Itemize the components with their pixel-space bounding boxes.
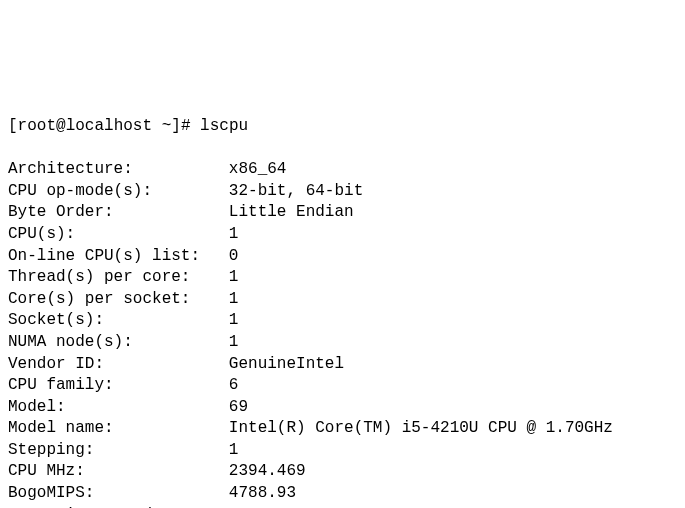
output-row: Architecture:x86_64	[8, 159, 685, 181]
prompt-close-bracket: ]	[171, 116, 181, 138]
output-row: CPU family:6	[8, 375, 685, 397]
prompt-path: ~	[162, 116, 172, 138]
output-row: Core(s) per socket:1	[8, 289, 685, 311]
output-row: BogoMIPS:4788.93	[8, 483, 685, 505]
output-row: Hypervisor vendor:VMware	[8, 505, 685, 508]
prompt-space	[152, 116, 162, 138]
lscpu-output: Architecture:x86_64CPU op-mode(s):32-bit…	[8, 159, 685, 508]
prompt-user: root	[18, 116, 56, 138]
output-value: 1	[229, 267, 239, 289]
prompt-open-bracket: [	[8, 116, 18, 138]
output-value: Little Endian	[229, 202, 354, 224]
output-value: 69	[229, 397, 248, 419]
output-value: 1	[229, 310, 239, 332]
output-label: Model:	[8, 397, 229, 419]
output-row: Socket(s):1	[8, 310, 685, 332]
output-label: Stepping:	[8, 440, 229, 462]
output-label: Socket(s):	[8, 310, 229, 332]
output-row: On-line CPU(s) list:0	[8, 246, 685, 268]
output-value: 6	[229, 375, 239, 397]
output-row: Thread(s) per core:1	[8, 267, 685, 289]
prompt-at: @	[56, 116, 66, 138]
output-label: CPU(s):	[8, 224, 229, 246]
output-row: Stepping:1	[8, 440, 685, 462]
output-value: x86_64	[229, 159, 287, 181]
output-label: CPU family:	[8, 375, 229, 397]
prompt-symbol: #	[181, 116, 191, 138]
prompt-line-1: [root@localhost ~]# lscpu	[8, 116, 685, 138]
output-label: CPU MHz:	[8, 461, 229, 483]
output-label: CPU op-mode(s):	[8, 181, 229, 203]
output-row: NUMA node(s):1	[8, 332, 685, 354]
output-label: Thread(s) per core:	[8, 267, 229, 289]
prompt-host: localhost	[66, 116, 152, 138]
output-label: On-line CPU(s) list:	[8, 246, 229, 268]
output-row: CPU op-mode(s):32-bit, 64-bit	[8, 181, 685, 203]
command-text: lscpu	[200, 116, 248, 138]
output-value: 1	[229, 440, 239, 462]
output-row: Model name:Intel(R) Core(TM) i5-4210U CP…	[8, 418, 685, 440]
output-label: Core(s) per socket:	[8, 289, 229, 311]
output-label: Vendor ID:	[8, 354, 229, 376]
output-row: Byte Order:Little Endian	[8, 202, 685, 224]
output-row: CPU(s):1	[8, 224, 685, 246]
output-value: 1	[229, 224, 239, 246]
output-value: 0	[229, 246, 239, 268]
output-row: Model:69	[8, 397, 685, 419]
terminal-output: [root@localhost ~]# lscpu Architecture:x…	[8, 94, 685, 508]
output-label: NUMA node(s):	[8, 332, 229, 354]
output-value: VMware	[229, 505, 287, 508]
output-row: CPU MHz:2394.469	[8, 461, 685, 483]
output-label: BogoMIPS:	[8, 483, 229, 505]
output-label: Hypervisor vendor:	[8, 505, 229, 508]
output-row: Vendor ID:GenuineIntel	[8, 354, 685, 376]
output-value: 1	[229, 289, 239, 311]
output-value: Intel(R) Core(TM) i5-4210U CPU @ 1.70GHz	[229, 418, 613, 440]
output-value: 2394.469	[229, 461, 306, 483]
output-value: 4788.93	[229, 483, 296, 505]
output-label: Byte Order:	[8, 202, 229, 224]
output-value: 32-bit, 64-bit	[229, 181, 363, 203]
output-label: Model name:	[8, 418, 229, 440]
output-label: Architecture:	[8, 159, 229, 181]
output-value: 1	[229, 332, 239, 354]
output-value: GenuineIntel	[229, 354, 344, 376]
